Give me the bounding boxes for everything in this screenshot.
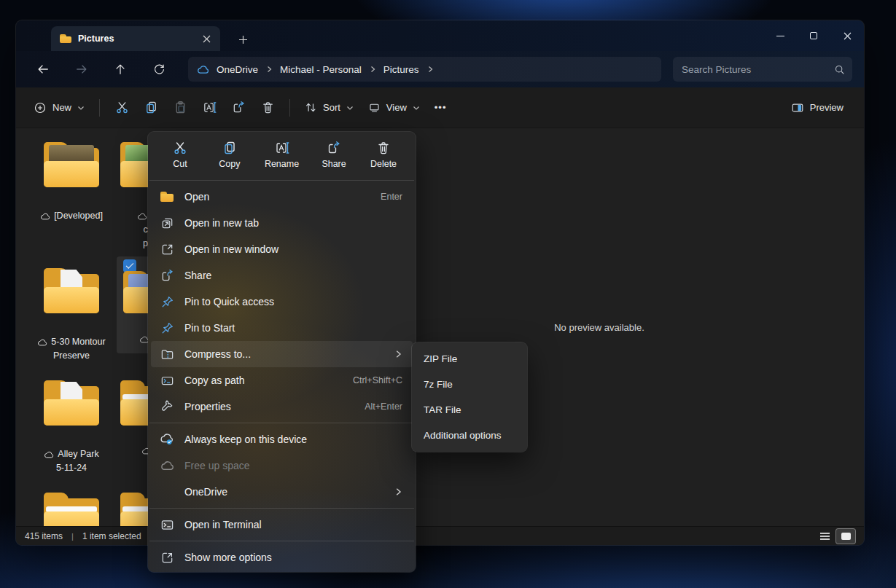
minimize-button[interactable] (763, 20, 797, 51)
submenu-item-7z[interactable]: 7z File (412, 372, 527, 397)
cloud-icon (37, 339, 47, 346)
folder-item-partial[interactable] (44, 493, 99, 526)
toolbar-separator (289, 99, 290, 117)
submenu-chevron-icon (394, 487, 402, 496)
folder-item-alley-park[interactable]: Alley Park 5-11-24 (44, 380, 99, 475)
quick-share-button[interactable]: Share (319, 141, 348, 169)
folder-icon (60, 34, 71, 43)
sort-button[interactable]: Sort (297, 95, 361, 121)
menu-item-properties[interactable]: Properties Alt+Enter (151, 393, 413, 420)
folder-icon (44, 380, 99, 426)
cloud-check-icon (160, 434, 174, 445)
menu-item-open[interactable]: Open Enter (151, 184, 413, 210)
back-button[interactable] (31, 58, 55, 81)
search-input[interactable] (682, 64, 834, 75)
submenu-chevron-icon (394, 350, 402, 358)
rename-button[interactable] (195, 95, 223, 121)
refresh-button[interactable] (147, 58, 171, 81)
paste-icon (174, 101, 187, 114)
preview-pane-icon (791, 101, 804, 114)
view-button[interactable]: View (361, 95, 427, 121)
share-icon (327, 141, 341, 155)
menu-item-onedrive[interactable]: OneDrive (151, 479, 413, 505)
rename-icon (275, 141, 289, 155)
menu-item-open-in-new-window[interactable]: Open in new window (151, 236, 413, 262)
titlebar: Pictures (16, 20, 864, 51)
onedrive-cloud-icon (197, 65, 209, 74)
quick-actions-row: Cut Copy Rename Share Delete (148, 132, 416, 177)
menu-item-pin-to-start[interactable]: Pin to Start (151, 315, 413, 341)
quick-copy-button[interactable]: Copy (215, 141, 244, 169)
navigation-bar: OneDrive Michael - Personal Pictures (16, 51, 864, 87)
command-toolbar: New Sort View (16, 87, 864, 128)
pin-icon (160, 295, 174, 309)
tab-close-icon[interactable] (197, 30, 216, 47)
cloud-icon (40, 213, 50, 220)
share-button[interactable] (225, 95, 252, 121)
open-new-window-icon (160, 243, 174, 256)
breadcrumb[interactable]: OneDrive Michael - Personal Pictures (188, 57, 661, 82)
cloud-icon (160, 460, 174, 471)
new-tab-button[interactable] (232, 28, 254, 50)
quick-rename-button[interactable]: Rename (265, 141, 299, 169)
share-icon (160, 269, 174, 283)
submenu-item-tar[interactable]: TAR File (412, 397, 527, 423)
plus-circle-icon (34, 101, 47, 114)
copy-button[interactable] (137, 95, 165, 121)
chevron-right-icon (369, 66, 376, 73)
submenu-item-additional-options[interactable]: Additional options (412, 423, 527, 448)
cloud-icon (44, 451, 54, 458)
menu-item-open-in-new-tab[interactable]: Open in new tab (151, 210, 413, 236)
quick-cut-button[interactable]: Cut (165, 141, 195, 169)
folder-icon (44, 493, 99, 526)
quick-delete-button[interactable]: Delete (369, 141, 398, 169)
menu-item-show-more-options[interactable]: Show more options (151, 544, 413, 571)
menu-item-free-up-space[interactable]: Free up space (151, 452, 413, 479)
details-view-button[interactable] (815, 529, 834, 544)
paste-button[interactable] (166, 95, 194, 121)
thumbnail-view-button[interactable] (836, 529, 855, 544)
compress-submenu: ZIP File 7z File TAR File Additional opt… (412, 342, 527, 452)
status-divider: | (71, 532, 74, 541)
details-view-icon (820, 533, 830, 540)
menu-item-copy-as-path[interactable]: Copy as path Ctrl+Shift+C (151, 367, 413, 393)
tab-title: Pictures (78, 34, 114, 44)
item-count: 415 items (25, 531, 63, 541)
up-button[interactable] (108, 58, 133, 81)
file-explorer-window: Pictures One (16, 20, 864, 545)
cloud-icon (137, 213, 147, 220)
menu-item-open-in-terminal[interactable]: Open in Terminal (151, 511, 413, 538)
cut-button[interactable] (108, 95, 136, 121)
file-list-area: [Developed] 5- cu pa 5-30 Montour Preser… (16, 128, 864, 526)
menu-item-compress-to[interactable]: Compress to... (151, 341, 413, 367)
maximize-button[interactable] (797, 20, 830, 51)
delete-button[interactable] (254, 95, 281, 121)
delete-icon (376, 141, 391, 155)
close-button[interactable] (830, 20, 864, 51)
forward-button[interactable] (69, 58, 94, 81)
tab-pictures[interactable]: Pictures (51, 26, 220, 51)
chevron-down-icon (346, 104, 354, 111)
new-button[interactable]: New (26, 95, 92, 121)
breadcrumb-onedrive[interactable]: OneDrive (217, 64, 258, 75)
pin-icon (160, 321, 174, 335)
folder-item-developed[interactable]: [Developed] (44, 142, 99, 223)
copy-as-path-icon (160, 374, 174, 388)
preview-empty-text: No preview available. (497, 322, 701, 333)
menu-item-always-keep-on-device[interactable]: Always keep on this device (151, 426, 413, 452)
sort-icon (305, 101, 317, 114)
folder-item-montour[interactable]: 5-30 Montour Preserve (44, 268, 99, 363)
menu-item-share[interactable]: Share (151, 262, 413, 289)
view-toggles (815, 529, 855, 544)
cut-icon (115, 101, 129, 114)
more-options-button[interactable]: ••• (427, 95, 454, 121)
context-menu: Cut Copy Rename Share Delete Open Enter … (148, 132, 416, 572)
submenu-item-zip[interactable]: ZIP File (412, 346, 527, 372)
breadcrumb-michael-personal[interactable]: Michael - Personal (280, 64, 362, 75)
search-box[interactable] (673, 57, 852, 82)
terminal-icon (160, 518, 174, 532)
breadcrumb-pictures[interactable]: Pictures (383, 64, 419, 75)
delete-icon (261, 101, 275, 114)
preview-toggle-button[interactable]: Preview (784, 95, 851, 121)
menu-item-pin-to-quick-access[interactable]: Pin to Quick access (151, 289, 413, 315)
